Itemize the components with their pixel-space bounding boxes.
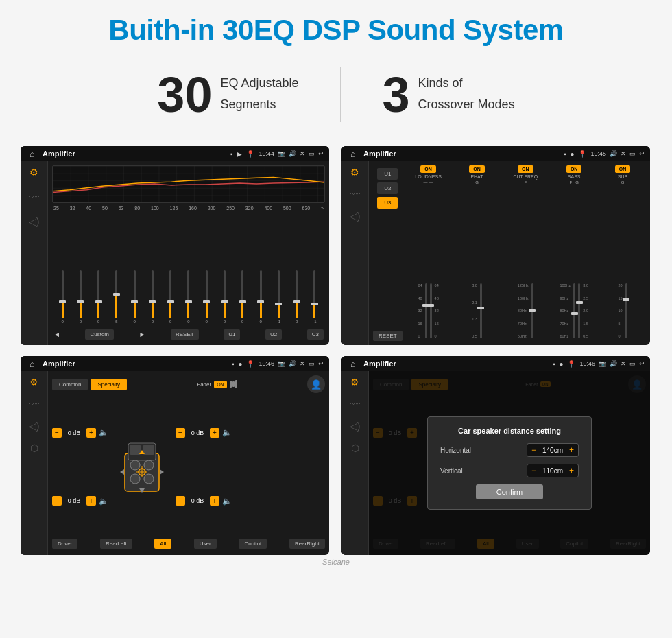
u1-cross-button[interactable]: U1 — [377, 168, 398, 180]
eq-slider-2[interactable]: 0 — [90, 270, 108, 324]
custom-button[interactable]: Custom — [85, 329, 114, 340]
eq-slider-1[interactable]: 0 — [71, 270, 89, 324]
cross-wave-icon[interactable]: 〰 — [350, 189, 360, 200]
eq-slider-4[interactable]: 0 — [125, 270, 143, 324]
cross-vol-icon[interactable]: ◁) — [350, 211, 361, 222]
volume-left-icon[interactable]: ◁) — [29, 216, 40, 227]
eq-slider-14[interactable]: -1 — [306, 270, 324, 324]
loudness-slider1[interactable] — [425, 283, 427, 338]
driver-button[interactable]: Driver — [52, 539, 77, 549]
top-left-db: − 0 dB + 🔈 — [52, 428, 108, 438]
spec-bt-icon[interactable]: ⬡ — [30, 442, 38, 453]
vertical-minus-btn[interactable]: − — [531, 466, 536, 475]
eq-slider-6[interactable]: 0 — [162, 270, 180, 324]
bottom-left-minus[interactable]: − — [52, 496, 62, 506]
eq-slider-10[interactable]: 0 — [234, 270, 252, 324]
stat-divider — [340, 67, 341, 122]
eq-slider-13[interactable]: 0 — [287, 270, 305, 324]
all-button[interactable]: All — [154, 539, 171, 549]
crossover-desc-line2: Crossover Modes — [418, 91, 515, 113]
copilot-button[interactable]: Copilot — [239, 539, 267, 549]
specialty-mode-btn[interactable]: Specialty — [91, 379, 126, 390]
home-icon-2[interactable]: ⌂ — [347, 147, 359, 160]
u3-cross-button[interactable]: U3 — [377, 197, 398, 209]
home-icon-3[interactable]: ⌂ — [26, 357, 38, 370]
eq-bottom-controls: ◄ Custom ► RESET U1 U2 U3 — [52, 327, 325, 341]
bass-slider2[interactable] — [578, 283, 580, 338]
time-1: 10:44 — [259, 150, 274, 157]
play-icon-1[interactable]: ▶ — [237, 150, 242, 158]
horizontal-plus-btn[interactable]: + — [569, 445, 574, 455]
top-right-minus[interactable]: − — [176, 428, 185, 438]
bottom-right-minus[interactable]: − — [176, 496, 185, 506]
avatar-button[interactable]: 👤 — [307, 375, 325, 393]
eq-slider-5[interactable]: 0 — [143, 270, 161, 324]
screen-crossover: ⌂ Amplifier ▪ ● 📍 10:45 🔊 ✕ ▭ ↩ ⚙ 〰 ◁) — [341, 146, 650, 345]
eq-stat: 30 EQ Adjustable Segments — [157, 70, 298, 119]
loudness-slider2[interactable] — [430, 283, 432, 338]
wave-icon[interactable]: 〰 — [29, 191, 39, 202]
rearleft-button[interactable]: RearLeft — [100, 539, 132, 549]
bass-gf: F G — [570, 180, 579, 185]
top-right-plus[interactable]: + — [210, 428, 219, 438]
u2-button[interactable]: U2 — [265, 329, 282, 340]
volume-icon-1: 🔊 — [289, 150, 296, 157]
spec-eq-icon[interactable]: ⚙ — [29, 377, 38, 388]
phat-slider[interactable] — [480, 283, 482, 338]
rearright-button[interactable]: RearRight — [289, 539, 325, 549]
eq-slider-0[interactable]: 0 — [53, 270, 71, 324]
bass-on-btn[interactable]: ON — [566, 165, 582, 173]
eq-slider-12[interactable]: -1 — [269, 270, 287, 324]
reset-button[interactable]: RESET — [171, 329, 199, 340]
cutfreq-slider[interactable] — [531, 283, 533, 338]
spec4-vol-icon[interactable]: ◁) — [350, 421, 361, 432]
loudness-on-btn[interactable]: ON — [420, 165, 436, 173]
cross-reset-button[interactable]: RESET — [373, 331, 403, 341]
eq-nav-prev[interactable]: ◄ — [53, 331, 60, 338]
horizontal-minus-btn[interactable]: − — [531, 445, 536, 455]
eq-slider-11[interactable]: 0 — [252, 270, 269, 324]
cross-eq-icon[interactable]: ⚙ — [350, 167, 359, 178]
eq-slider-8[interactable]: 0 — [197, 270, 215, 324]
close-icon-1[interactable]: ✕ — [300, 150, 305, 157]
spec-vol-icon[interactable]: ◁) — [29, 421, 40, 432]
eq-slider-3[interactable]: 5 — [108, 270, 125, 324]
eq-main-area: 2532405063 80100125160200 25032040050063… — [48, 161, 329, 345]
u2-cross-button[interactable]: U2 — [377, 182, 398, 194]
location-icon-4: 📍 — [567, 360, 575, 368]
spec4-wave-icon[interactable]: 〰 — [350, 399, 360, 410]
home-icon-1[interactable]: ⌂ — [26, 147, 38, 160]
eq-slider-9[interactable]: 0 — [215, 270, 233, 324]
cutfreq-on-btn[interactable]: ON — [518, 165, 533, 173]
u3-button[interactable]: U3 — [307, 329, 324, 340]
back-icon-1[interactable]: ↩ — [318, 150, 324, 157]
back-icon-3[interactable]: ↩ — [318, 360, 324, 367]
spec4-bt-icon[interactable]: ⬡ — [351, 442, 359, 453]
eq-icon[interactable]: ⚙ — [29, 167, 38, 178]
spec4-eq-icon[interactable]: ⚙ — [350, 377, 359, 388]
u1-button[interactable]: U1 — [224, 329, 240, 340]
speaker-icon-4: 🔊 — [610, 360, 617, 367]
back-icon-4[interactable]: ↩ — [639, 360, 645, 367]
spec-wave-icon[interactable]: 〰 — [29, 399, 39, 410]
vertical-plus-btn[interactable]: + — [569, 466, 574, 475]
top-left-plus[interactable]: + — [86, 428, 96, 438]
close-icon-2[interactable]: ✕ — [621, 150, 626, 157]
bottom-right-plus[interactable]: + — [210, 496, 219, 506]
eq-nav-next[interactable]: ► — [139, 331, 146, 338]
back-icon-2[interactable]: ↩ — [639, 150, 645, 157]
confirm-button[interactable]: Confirm — [476, 484, 544, 499]
phat-on-btn[interactable]: ON — [469, 165, 485, 173]
top-left-minus[interactable]: − — [52, 428, 62, 438]
sub-slider[interactable] — [625, 283, 627, 338]
sub-on-btn[interactable]: ON — [615, 165, 631, 173]
close-icon-3[interactable]: ✕ — [300, 360, 305, 367]
common-mode-btn[interactable]: Common — [52, 379, 88, 390]
crossover-number: 3 — [383, 70, 410, 119]
user-button[interactable]: User — [194, 539, 217, 549]
bass-slider1[interactable] — [573, 283, 575, 338]
home-icon-4[interactable]: ⌂ — [347, 357, 359, 370]
eq-slider-7[interactable]: 0 — [180, 270, 197, 324]
bottom-left-plus[interactable]: + — [86, 496, 96, 506]
close-icon-4[interactable]: ✕ — [621, 360, 626, 367]
